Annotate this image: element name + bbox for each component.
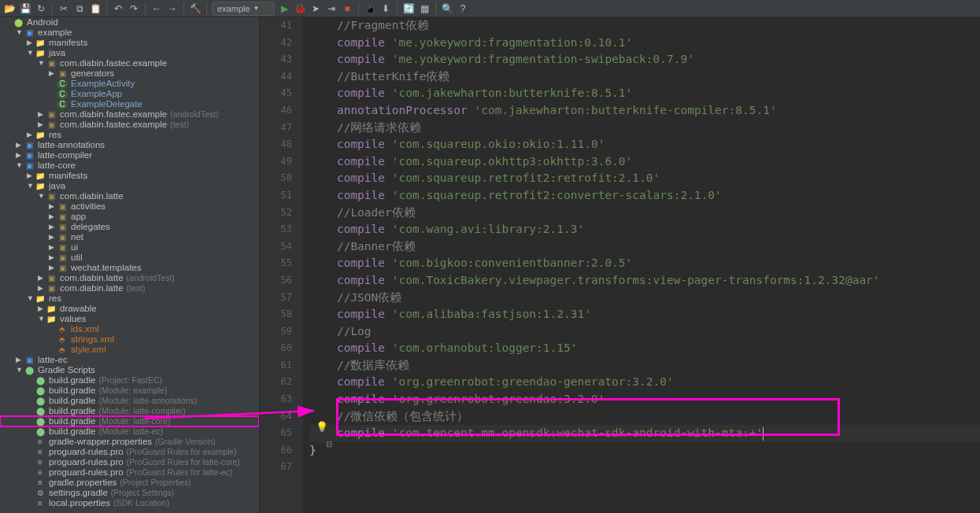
code-line[interactable]: compile 'me.yokeyword:fragmentation-swip… [309,51,980,68]
expand-arrow-icon[interactable]: ▼ [38,191,46,201]
tree-item[interactable]: ≡proguard-rules.pro(ProGuard Rules for e… [0,447,259,457]
code-line[interactable]: compile 'com.ToxicBakery.viewpager.trans… [309,272,980,290]
code-line[interactable]: annotationProcessor 'com.jakewharton:but… [309,102,980,120]
undo-icon[interactable]: ↶ [112,2,124,15]
code-line[interactable]: //JSON依赖 [309,290,980,307]
redo-icon[interactable]: ↷ [128,2,140,15]
fold-end-icon[interactable]: ⊟ [326,440,332,448]
attach-icon[interactable]: ⇥ [325,2,338,15]
tree-item[interactable]: ▶▣latte-annotations [0,140,259,150]
tree-item[interactable]: ≡proguard-rules.pro(ProGuard Rules for l… [0,467,259,478]
expand-arrow-icon[interactable]: ▼ [27,293,35,304]
tree-item[interactable]: ▼📁java [0,181,259,191]
debug-icon[interactable]: 🐞 [294,2,306,15]
code-line[interactable]: compile 'com.squareup.okhttp3:okhttp:3.6… [309,153,980,171]
tree-item[interactable]: ▶▣com.diabin.latte(test) [0,283,259,293]
expand-arrow-icon[interactable]: ▶ [16,140,24,150]
expand-arrow-icon[interactable]: ▶ [49,242,57,253]
tree-item[interactable]: ▶▣net [0,232,259,242]
tree-item[interactable]: ⬘ids.xml [0,324,259,334]
code-line[interactable]: compile 'com.wang.avi:library:2.1.3' [309,221,980,238]
tree-item[interactable]: ▼📁values [0,314,259,324]
expand-arrow-icon[interactable]: ▶ [38,304,46,314]
stop-icon[interactable]: ■ [341,2,353,15]
tree-item[interactable]: ▶📁manifests [0,171,259,181]
expand-arrow-icon[interactable]: ▶ [49,253,57,263]
expand-arrow-icon[interactable]: ▶ [49,222,57,232]
structure-icon[interactable]: ▦ [418,2,431,15]
expand-arrow-icon[interactable]: ▶ [49,232,57,242]
tree-item[interactable]: ▶▣com.diabin.latte(androidTest) [0,273,259,283]
open-icon[interactable]: 📂 [3,2,16,15]
paste-icon[interactable]: 📋 [89,2,102,15]
forward-icon[interactable]: → [166,2,179,15]
code-line[interactable]: compile 'org.greenrobot:greendao-generat… [309,374,980,391]
expand-arrow-icon[interactable]: ▶ [16,355,24,365]
tree-item[interactable]: ▼▣latte-core [0,161,259,171]
tree-item[interactable]: ▶▣util [0,253,259,263]
tree-item[interactable]: ▶▣ui [0,242,259,253]
tree-item[interactable]: ▶▣generators [0,68,259,79]
code-line[interactable]: compile 'com.squareup.okio:okio:1.11.0' [309,136,980,153]
expand-arrow-icon[interactable]: ▶ [49,201,57,212]
save-icon[interactable]: 💾 [19,2,31,15]
code-line[interactable]: compile 'com.jakewharton:butterknife:8.5… [309,85,980,102]
run-icon[interactable]: ▶ [278,2,290,15]
tree-item[interactable]: ▶▣activities [0,201,259,212]
tree-item[interactable]: ≡proguard-rules.pro(ProGuard Rules for l… [0,457,259,467]
tree-item[interactable]: CExampleActivity [0,79,259,89]
tree-item[interactable]: ▶📁res [0,130,259,140]
expand-arrow-icon[interactable]: ▶ [49,68,57,79]
tree-item[interactable]: ⬤build.gradle(Project: FastEC) [0,375,259,386]
tree-item[interactable]: ⚙settings.gradle(Project Settings) [0,488,259,498]
tree-item[interactable]: ▶📁drawable [0,304,259,314]
tree-item[interactable]: ≡gradle.properties(Project Properties) [0,478,259,488]
expand-arrow-icon[interactable]: ▼ [16,365,24,375]
avd-icon[interactable]: 📱 [364,2,376,15]
code-line[interactable]: //Log [309,323,980,341]
sync-icon[interactable]: 🔄 [402,2,415,15]
tree-item[interactable]: ⬤build.gradle(Module: latte-annotations) [0,396,259,406]
tree-item[interactable]: ▼📁java [0,48,259,58]
code-line[interactable]: //Banner依赖 [309,238,980,256]
expand-arrow-icon[interactable]: ▼ [27,48,35,58]
expand-arrow-icon[interactable]: ▼ [16,28,24,38]
profile-icon[interactable]: ➤ [309,2,322,15]
code-line[interactable]: compile 'com.squareup.retrofit2:retrofit… [309,170,980,187]
code-editor[interactable]: 4142434445464748495051525354555657585960… [260,17,980,513]
tree-item[interactable]: ▼▣example [0,28,259,38]
tree-item[interactable]: ▶▣delegates [0,222,259,232]
tree-item[interactable]: ▼📁res [0,293,259,304]
code-line[interactable]: } [309,442,980,459]
tree-item[interactable]: ▶▣latte-compiler [0,150,259,161]
expand-arrow-icon[interactable]: ▶ [27,38,35,48]
code-line[interactable]: compile 'org.greenrobot:greendao:3.2.0' [309,391,980,408]
tree-item[interactable]: CExampleApp [0,89,259,99]
expand-arrow-icon[interactable]: ▶ [38,273,46,283]
code-line[interactable]: //数据库依赖 [309,357,980,375]
tree-item[interactable]: ▶▣latte-ec [0,355,259,365]
expand-arrow-icon[interactable]: ▼ [38,58,46,68]
tree-item[interactable]: ⬤build.gradle(Module: latte-core) [0,416,259,426]
tree-item[interactable]: ▼▣com.diabin.fastec.example [0,58,259,68]
refresh-icon[interactable]: ↻ [35,2,47,15]
tree-item[interactable]: ≡local.properties(SDK Location) [0,498,259,508]
cut-icon[interactable]: ✂ [57,2,70,15]
expand-arrow-icon[interactable]: ▶ [49,212,57,222]
tree-item[interactable]: ▶▣app [0,212,259,222]
tree-item[interactable]: ▼▣com.diabin.latte [0,191,259,201]
tree-item[interactable]: ⬘strings.xml [0,334,259,345]
code-area[interactable]: //Fragment依赖 compile 'me.yokeyword:fragm… [303,17,980,513]
copy-icon[interactable]: ⧉ [73,2,86,15]
tree-item[interactable]: ≡gradle-wrapper.properties(Gradle Versio… [0,437,259,447]
tree-item[interactable]: ▶📁manifests [0,38,259,48]
code-line[interactable]: //Fragment依赖 [309,17,980,35]
code-line[interactable]: //ButterKnife依赖 [309,68,980,86]
tree-item[interactable]: CExampleDelegate [0,99,259,109]
expand-arrow-icon[interactable]: ▶ [38,283,46,293]
sdk-icon[interactable]: ⬇ [379,2,392,15]
project-view-header[interactable]: ⬤ Android [0,17,259,28]
tree-item[interactable]: ▶▣com.diabin.fastec.example(androidTest) [0,109,259,120]
code-line[interactable]: //Loader依赖 [309,205,980,222]
code-line[interactable]: //微信依赖（包含统计） [309,408,980,426]
